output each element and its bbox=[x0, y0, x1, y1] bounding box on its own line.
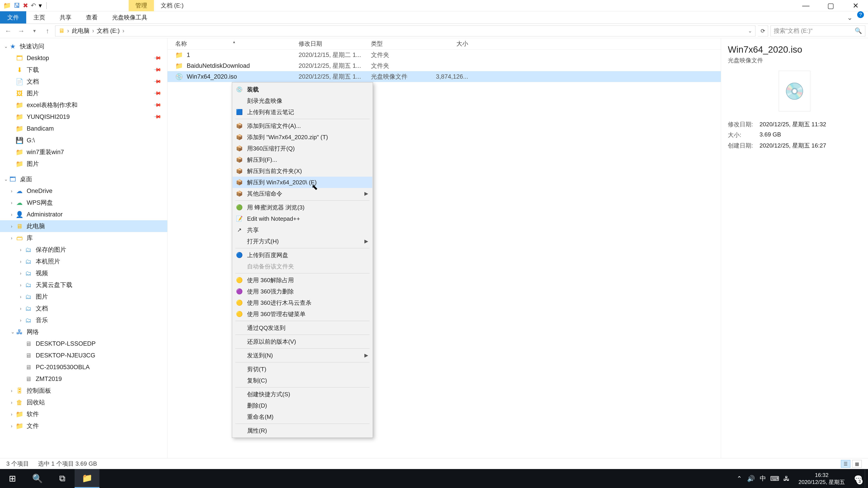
nav-item[interactable]: ›🗂天翼云盘下载 bbox=[0, 279, 167, 291]
nav-item[interactable]: 🖥PC-20190530OBLA bbox=[0, 361, 167, 373]
nav-quick-access[interactable]: ⌄ ★ 快速访问 bbox=[0, 40, 167, 52]
nav-item[interactable]: 📁Bandicam bbox=[0, 123, 167, 134]
ribbon-tab-disc-tools[interactable]: 光盘映像工具 bbox=[105, 11, 155, 24]
minimize-button[interactable]: — bbox=[794, 0, 818, 12]
column-name[interactable]: ▴ 名称 bbox=[167, 40, 299, 48]
chevron-right-icon[interactable]: › bbox=[20, 294, 22, 299]
maximize-button[interactable]: ▢ bbox=[818, 0, 843, 12]
chevron-right-icon[interactable]: › bbox=[20, 271, 22, 276]
chevron-right-icon[interactable]: › bbox=[11, 200, 12, 205]
show-desktop-button[interactable] bbox=[865, 469, 868, 488]
taskbar-explorer-button[interactable]: 📁 bbox=[74, 469, 99, 488]
nav-item[interactable]: 📁图片 bbox=[0, 158, 167, 170]
context-menu-item[interactable]: 📦解压到 Win7x64_2020\ (E) bbox=[232, 177, 372, 188]
context-menu-item[interactable]: 打开方式(H)▶ bbox=[232, 236, 372, 247]
context-menu-item[interactable]: 🟡使用 360管理右键菜单 bbox=[232, 308, 372, 320]
undo-icon[interactable]: ↶ bbox=[31, 2, 36, 9]
chevron-right-icon[interactable]: › bbox=[20, 247, 22, 252]
chevron-down-icon[interactable]: ⌄ bbox=[4, 176, 8, 182]
context-menu-item[interactable]: 🟦上传到有道云笔记 bbox=[232, 106, 372, 118]
nav-item[interactable]: ›🗃库 bbox=[0, 232, 167, 244]
context-menu-item[interactable]: 发送到(N)▶ bbox=[232, 350, 372, 361]
nav-item[interactable]: ›🗑回收站 bbox=[0, 396, 167, 408]
chevron-right-icon[interactable]: › bbox=[11, 212, 12, 217]
start-button[interactable]: ⊞ bbox=[0, 469, 25, 488]
help-icon[interactable]: ? bbox=[857, 11, 864, 18]
file-row[interactable]: 💿Win7x64_2020.iso 2020/12/25, 星期五 1... 光… bbox=[167, 71, 721, 82]
nav-item[interactable]: ›📁文件 bbox=[0, 420, 167, 432]
chevron-right-icon[interactable]: › bbox=[92, 27, 94, 34]
context-menu-item[interactable]: 📦添加到压缩文件(A)... bbox=[232, 120, 372, 131]
ribbon-tab-view[interactable]: 查看 bbox=[79, 11, 105, 24]
nav-item[interactable]: ›🗂视频 bbox=[0, 267, 167, 279]
context-menu-item[interactable]: 创建快捷方式(S) bbox=[232, 389, 372, 400]
refresh-button[interactable]: ⟳ bbox=[758, 26, 768, 36]
context-menu-item[interactable]: 📦其他压缩命令▶ bbox=[232, 188, 372, 199]
ribbon-tab-share[interactable]: 共享 bbox=[53, 11, 79, 24]
breadcrumb-segment[interactable]: 此电脑 bbox=[72, 27, 90, 35]
column-size[interactable]: 大小 bbox=[432, 40, 482, 48]
context-menu-item[interactable]: 📦解压到(F)... bbox=[232, 154, 372, 165]
keyboard-icon[interactable]: ⌨ bbox=[769, 469, 780, 488]
context-menu-item[interactable]: 🟡使用 360解除占用 bbox=[232, 274, 372, 286]
nav-item[interactable]: ›👤Administrator bbox=[0, 208, 167, 220]
search-input[interactable]: 搜索"文档 (E:)" 🔍 bbox=[770, 26, 865, 36]
context-menu-item[interactable]: ↗共享 bbox=[232, 224, 372, 236]
file-row[interactable]: 📁1 2020/12/15, 星期二 1... 文件夹 bbox=[167, 50, 721, 60]
action-center-button[interactable]: 💬3 bbox=[851, 469, 865, 488]
nav-item[interactable]: ›🎛控制面板 bbox=[0, 385, 167, 396]
context-menu-item[interactable]: 删除(D) bbox=[232, 400, 372, 411]
nav-history-button[interactable]: ▾ bbox=[29, 26, 40, 36]
context-menu-item[interactable]: 剪切(T) bbox=[232, 363, 372, 375]
context-menu-item[interactable]: 复制(C) bbox=[232, 375, 372, 386]
nav-item[interactable]: 🗔Desktop📌 bbox=[0, 52, 167, 64]
chevron-right-icon[interactable]: › bbox=[11, 400, 12, 405]
context-menu-item[interactable]: 重命名(M) bbox=[232, 411, 372, 422]
nav-desktop-root[interactable]: ⌄ 🗔 桌面 bbox=[0, 173, 167, 185]
context-menu-item[interactable]: 属性(R) bbox=[232, 425, 372, 436]
breadcrumb-segment[interactable]: 文档 (E:) bbox=[97, 27, 120, 35]
context-menu-item[interactable]: 🟢用 蜂蜜浏览器 浏览(3) bbox=[232, 202, 372, 213]
nav-up-button[interactable]: ↑ bbox=[42, 26, 53, 36]
task-view-button[interactable]: ⧉ bbox=[50, 469, 74, 488]
nav-item[interactable]: 📁win7重装win7 bbox=[0, 146, 167, 158]
save-icon[interactable]: 🖫 bbox=[14, 2, 20, 9]
nav-item[interactable]: 📁YUNQISHI2019📌 bbox=[0, 111, 167, 123]
column-date[interactable]: 修改日期 bbox=[299, 40, 371, 48]
view-details-button[interactable]: ☰ bbox=[841, 460, 850, 468]
context-menu-item[interactable]: 🟡使用 360进行木马云查杀 bbox=[232, 297, 372, 308]
context-menu-item[interactable]: 刻录光盘映像 bbox=[232, 95, 372, 106]
nav-item[interactable]: ›☁WPS网盘 bbox=[0, 197, 167, 208]
context-menu-item[interactable]: 还原以前的版本(V) bbox=[232, 336, 372, 347]
chevron-right-icon[interactable]: › bbox=[20, 259, 22, 264]
file-row[interactable]: 📁BaiduNetdiskDownload 2020/12/25, 星期五 1.… bbox=[167, 60, 721, 71]
ribbon-tab-home[interactable]: 主页 bbox=[26, 11, 53, 24]
nav-item[interactable]: 📄文档📌 bbox=[0, 76, 167, 88]
nav-item[interactable]: 🖥ZMT2019 bbox=[0, 373, 167, 385]
chevron-right-icon[interactable]: › bbox=[20, 306, 22, 311]
chevron-right-icon[interactable]: › bbox=[122, 27, 124, 34]
nav-item[interactable]: ›🗂文档 bbox=[0, 302, 167, 314]
taskbar-clock[interactable]: 16:32 2020/12/25, 星期五 bbox=[792, 471, 851, 486]
tray-overflow-icon[interactable]: ⌃ bbox=[734, 469, 745, 488]
nav-forward-button[interactable]: → bbox=[16, 26, 27, 36]
ribbon-tab-file[interactable]: 文件 bbox=[0, 11, 26, 24]
nav-item[interactable]: 💾G:\ bbox=[0, 134, 167, 146]
delete-icon[interactable]: ✖ bbox=[23, 2, 28, 9]
chevron-right-icon[interactable]: › bbox=[11, 188, 12, 194]
context-menu-item[interactable]: 通过QQ发送到 bbox=[232, 322, 372, 333]
context-menu-item[interactable]: 💿装载 bbox=[232, 84, 372, 95]
contextual-tab-manage[interactable]: 管理 bbox=[129, 0, 154, 11]
context-menu-item[interactable]: 🟣使用 360强力删除 bbox=[232, 286, 372, 297]
chevron-down-icon[interactable]: ⌄ bbox=[4, 43, 8, 49]
nav-item[interactable]: ⬇下载📌 bbox=[0, 64, 167, 76]
chevron-right-icon[interactable]: › bbox=[11, 423, 12, 429]
taskbar-search-button[interactable]: 🔍 bbox=[25, 469, 50, 488]
context-menu-item[interactable]: 🔵上传到百度网盘 bbox=[232, 250, 372, 261]
chevron-right-icon[interactable]: › bbox=[20, 318, 22, 323]
nav-item[interactable]: ›🗂音乐 bbox=[0, 314, 167, 326]
chevron-right-icon[interactable]: › bbox=[11, 388, 12, 393]
network-icon[interactable]: 🖧 bbox=[780, 469, 792, 488]
context-menu-item[interactable]: 📦解压到当前文件夹(X) bbox=[232, 165, 372, 177]
column-type[interactable]: 类型 bbox=[371, 40, 432, 48]
